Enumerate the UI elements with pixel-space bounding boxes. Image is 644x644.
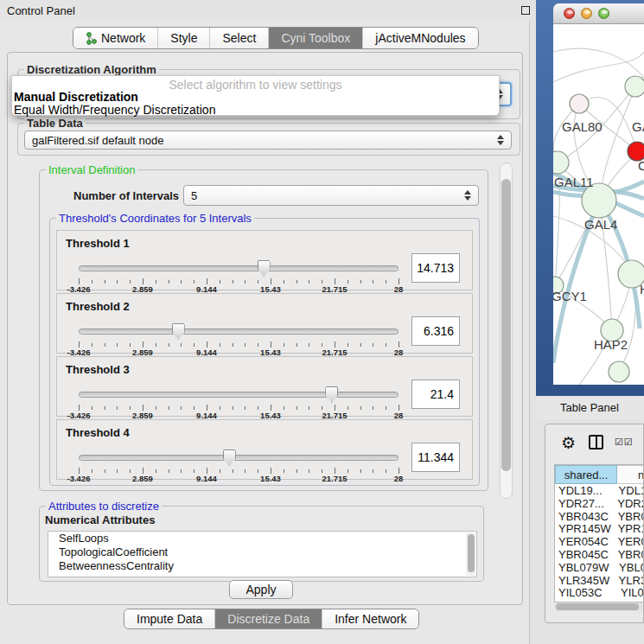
- scrollbar-thumb[interactable]: [468, 534, 475, 572]
- threshold-value-field[interactable]: 21.4: [411, 379, 460, 409]
- cell-name[interactable]: YDL1: [615, 484, 644, 497]
- numerical-attributes-list[interactable]: SelfLoopsTopologicalCoefficientBetweenne…: [48, 531, 477, 577]
- network-node[interactable]: [570, 94, 589, 113]
- cell-shared-name[interactable]: YDL19...: [555, 484, 615, 497]
- cell-shared-name[interactable]: YLR345W: [555, 574, 615, 587]
- cell-shared-name[interactable]: YBL079W: [555, 561, 615, 574]
- threshold-slider[interactable]: -3.4262.8599.14415.4321.71528: [79, 260, 399, 290]
- cell-name[interactable]: YBR0: [615, 548, 644, 561]
- tab-label: Infer Network: [335, 612, 406, 626]
- control-panel-title: Control Panel: [7, 4, 75, 17]
- slider-ticks: [79, 405, 399, 411]
- cell-name[interactable]: YLR3: [615, 574, 644, 587]
- slider-thumb[interactable]: [325, 386, 338, 403]
- table-row[interactable]: YLR345WYLR3: [555, 574, 644, 587]
- table-data-value: galFiltered.sif default node: [32, 134, 163, 147]
- numerical-attributes-label: Numerical Attributes: [45, 513, 155, 526]
- float-window-icon[interactable]: [521, 6, 530, 15]
- gear-icon[interactable]: ⚙: [561, 433, 576, 453]
- tab-cyni-toolbox[interactable]: Cyni Toolbox: [269, 28, 363, 48]
- table-horizontal-scrollbar[interactable]: [554, 603, 644, 611]
- cell-shared-name[interactable]: YBR043C: [555, 510, 615, 523]
- num-intervals-combobox[interactable]: 5: [183, 185, 479, 206]
- tab-infer-network[interactable]: Infer Network: [322, 609, 418, 628]
- threshold-value-field[interactable]: 11.344: [411, 443, 460, 472]
- tab-network[interactable]: Network: [73, 28, 158, 48]
- network-graph: GAL80GACGAL11GAL4GCY1HHAP2: [553, 25, 644, 385]
- table-row[interactable]: YPR145WYPR1: [555, 522, 644, 535]
- tab-discretize-data[interactable]: Discretize Data: [215, 609, 322, 628]
- cell-name[interactable]: YER0: [615, 535, 644, 548]
- slider-track[interactable]: [79, 392, 399, 398]
- network-node[interactable]: [553, 151, 569, 174]
- table-row[interactable]: YDR27...YDR2: [555, 497, 644, 510]
- network-node[interactable]: [609, 361, 629, 382]
- column-header-shared-name[interactable]: shared...: [555, 465, 617, 484]
- table-row[interactable]: YDL19...YDL1: [555, 484, 644, 497]
- table-row[interactable]: YER054CYER0: [555, 535, 644, 548]
- algorithm-option-0[interactable]: Manual Discretization: [14, 90, 138, 104]
- tab-style[interactable]: Style: [158, 28, 210, 48]
- mac-minimize-icon[interactable]: [581, 8, 592, 19]
- threshold-slider[interactable]: -3.4262.8599.14415.4321.71528: [79, 323, 399, 353]
- slider-track[interactable]: [79, 328, 399, 335]
- select-columns-icons[interactable]: ☑☑: [615, 437, 634, 448]
- cell-name[interactable]: YPR1: [615, 522, 644, 535]
- node-table[interactable]: shared... na YDL19...YDL1YDR27...YDR2YBR…: [554, 464, 644, 603]
- list-scrollbar[interactable]: [466, 532, 475, 576]
- slider-track[interactable]: [79, 455, 399, 461]
- scrollbar-thumb[interactable]: [501, 179, 511, 471]
- cell-shared-name[interactable]: YER054C: [555, 535, 615, 548]
- cell-name[interactable]: YIL0: [617, 586, 644, 599]
- apply-button[interactable]: Apply: [229, 580, 293, 599]
- table-row[interactable]: YBR043CYBR0: [555, 510, 644, 523]
- columns-icon[interactable]: [589, 435, 603, 450]
- column-header-name[interactable]: na: [617, 465, 644, 484]
- threshold-label: Threshold 4: [66, 426, 130, 439]
- scrollbar-thumb[interactable]: [556, 603, 639, 610]
- algorithm-option-1[interactable]: Equal Width/Frequency Discretization: [14, 103, 215, 117]
- threshold-slider[interactable]: -3.4262.8599.14415.4321.71528: [79, 386, 399, 416]
- cell-name[interactable]: YBL0: [615, 561, 644, 574]
- cell-shared-name[interactable]: YIL053C: [555, 586, 617, 599]
- attribute-list-item[interactable]: SelfLoops: [48, 532, 476, 545]
- network-canvas[interactable]: GAL80GACGAL11GAL4GCY1HHAP2: [553, 25, 644, 385]
- slider-thumb[interactable]: [223, 450, 236, 466]
- table-row[interactable]: YBR045CYBR0: [555, 548, 644, 561]
- mac-close-icon[interactable]: [564, 8, 575, 19]
- threshold-value-field[interactable]: 14.713: [411, 253, 460, 283]
- table-toolbar: ⚙ ☑☑: [545, 424, 644, 462]
- tab-impute-data[interactable]: Impute Data: [124, 609, 215, 628]
- cell-name[interactable]: YDR2: [614, 497, 644, 510]
- tab-label: Discretize Data: [227, 612, 309, 626]
- table-header: shared... na: [555, 465, 617, 484]
- network-node[interactable]: [625, 76, 644, 97]
- tab-select[interactable]: Select: [210, 28, 269, 48]
- slider-thumb[interactable]: [258, 260, 271, 277]
- table-row[interactable]: YIL053CYIL0: [555, 586, 644, 599]
- mac-zoom-icon[interactable]: [598, 8, 609, 19]
- tab-jactivemnodules[interactable]: jActiveMNodules: [363, 28, 477, 48]
- table-row[interactable]: YBL079WYBL0: [555, 561, 644, 574]
- network-window-titlebar: [553, 3, 644, 24]
- attribute-list-item[interactable]: BetweennessCentrality: [48, 559, 476, 573]
- slider-track[interactable]: [79, 265, 399, 271]
- threshold-label: Threshold 3: [66, 363, 130, 376]
- node-label: GA: [632, 119, 644, 134]
- attributes-title: Attributes to discretize: [46, 500, 162, 513]
- main-vertical-scrollbar[interactable]: [500, 163, 513, 499]
- cell-shared-name[interactable]: YPR145W: [555, 522, 615, 535]
- cell-name[interactable]: YBR0: [615, 510, 644, 523]
- tab-label: Impute Data: [137, 612, 202, 626]
- num-intervals-value: 5: [191, 189, 197, 202]
- table-data-combobox[interactable]: galFiltered.sif default node: [24, 131, 512, 150]
- attribute-list-item[interactable]: TopologicalCoefficient: [48, 545, 476, 559]
- threshold-slider[interactable]: -3.4262.8599.14415.4321.71528: [79, 450, 399, 479]
- cell-shared-name[interactable]: YDR27...: [555, 497, 614, 510]
- table-panel-titlebar: Table Panel: [537, 396, 644, 420]
- thresholds-title: Threshold's Coordinates for 5 Intervals: [56, 212, 254, 225]
- threshold-value-field[interactable]: 6.316: [411, 316, 460, 346]
- slider-thumb[interactable]: [172, 323, 185, 340]
- tab-label: Select: [222, 31, 256, 45]
- cell-shared-name[interactable]: YBR045C: [555, 548, 615, 561]
